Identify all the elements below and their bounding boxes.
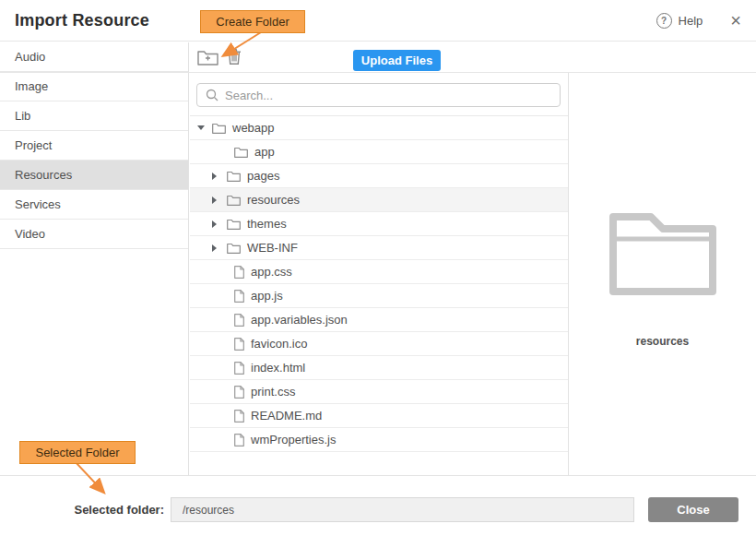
node-label: pages [247,169,279,183]
selected-folder-label: Selected folder: [0,503,164,517]
sidebar-item-project[interactable]: Project [0,131,188,161]
sidebar-item-services[interactable]: Services [0,190,188,220]
search-input[interactable] [196,83,561,107]
node-label: favicon.ico [251,337,307,351]
header-actions: ? Help × [656,11,741,30]
tree-row-WEB-INF[interactable]: WEB-INF [190,236,568,260]
caret-box [210,197,227,204]
tree-row-README.md[interactable]: README.md [190,404,568,428]
sidebar-item-resources[interactable]: Resources [0,161,188,190]
preview-panel: resources [569,72,756,475]
node-label: WEB-INF [247,241,298,255]
close-icon[interactable]: × [730,11,741,30]
sidebar-item-lib[interactable]: Lib [0,101,188,131]
expand-icon[interactable] [212,244,217,252]
page-title: Import Resource [15,11,149,30]
caret-box [210,220,227,228]
selected-folder-input[interactable] [171,497,634,522]
dialog-footer: Selected folder: Close [0,475,756,536]
file-icon [234,410,244,423]
folder-icon [227,243,241,254]
node-label: wmProperties.js [251,433,336,447]
tree-row-app.js[interactable]: app.js [190,284,568,308]
help-link[interactable]: Help [679,14,703,28]
import-resource-dialog: Import Resource ? Help × AudioImageLibPr… [0,0,756,536]
node-label: app.variables.json [251,313,348,327]
annotation-create-folder: Create Folder [200,10,305,33]
node-label: index.html [251,361,305,375]
node-label: README.md [251,409,322,423]
node-label: print.css [251,385,295,399]
tree-row-themes[interactable]: themes [190,212,568,236]
expand-icon[interactable] [212,220,217,228]
folder-icon [234,147,248,158]
close-button[interactable]: Close [648,497,738,522]
folder-icon [227,171,241,182]
file-icon [234,362,244,375]
expand-icon[interactable] [212,173,217,180]
sidebar-item-image[interactable]: Image [0,72,188,101]
file-browser-panel: Upload Files webappapppagesresourcesthem… [190,42,568,475]
file-icon [234,290,244,303]
sidebar: AudioImageLibProjectResourcesServicesVid… [0,42,189,475]
preview-folder-name: resources [636,335,689,348]
dialog-header: Import Resource ? Help × [0,0,756,42]
expand-icon[interactable] [212,197,217,204]
folder-icon [212,123,226,134]
upload-files-button[interactable]: Upload Files [353,50,441,71]
annotation-selected-folder: Selected Folder [19,441,136,464]
tree-row-app.css[interactable]: app.css [190,260,568,284]
file-icon [234,314,244,327]
toolbar-icons [197,48,242,66]
file-tree: webappapppagesresourcesthemesWEB-INFapp.… [190,116,568,475]
file-icon [234,266,244,279]
help-icon[interactable]: ? [656,13,672,29]
file-icon [234,386,244,399]
big-folder-icon [607,210,719,298]
caret-box [210,244,227,252]
delete-icon[interactable] [227,48,242,66]
collapse-icon[interactable] [197,125,205,130]
search-icon [206,89,219,101]
node-label: app.css [251,265,292,279]
tree-row-favicon.ico[interactable]: favicon.ico [190,332,568,356]
caret-box [195,125,212,130]
toolbar-divider [0,72,756,73]
folder-icon [227,219,241,230]
search-field-wrap [196,83,561,107]
sidebar-item-video[interactable]: Video [0,220,188,249]
caret-box [210,173,227,180]
tree-row-app.variables.json[interactable]: app.variables.json [190,308,568,332]
node-label: app [254,145,275,159]
tree-row-webapp[interactable]: webapp [190,116,568,140]
file-toolbar: Upload Files [190,42,568,72]
file-icon [234,338,244,351]
tree-row-resources[interactable]: resources [190,188,568,212]
node-label: webapp [232,121,275,135]
tree-row-app[interactable]: app [190,140,568,164]
node-label: themes [247,217,287,231]
folder-icon [227,195,241,206]
sidebar-item-audio[interactable]: Audio [0,42,188,72]
create-folder-icon[interactable] [197,49,219,66]
tree-row-index.html[interactable]: index.html [190,356,568,380]
search-row [190,72,568,116]
node-label: app.js [251,289,283,303]
tree-row-wmProperties.js[interactable]: wmProperties.js [190,428,568,452]
node-label: resources [247,193,300,207]
tree-row-pages[interactable]: pages [190,164,568,188]
file-icon [234,434,244,447]
tree-row-print.css[interactable]: print.css [190,380,568,404]
